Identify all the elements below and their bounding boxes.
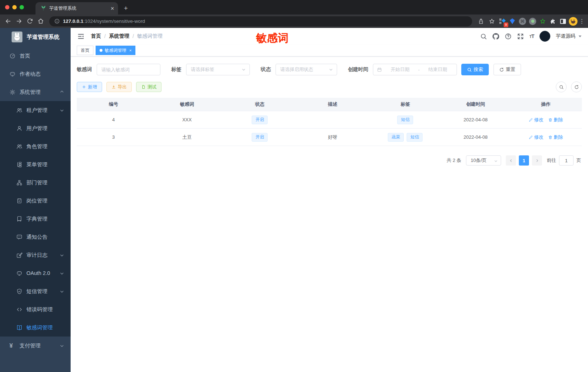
extensions-puzzle-icon[interactable] xyxy=(548,17,558,26)
sidebar-item-label: 敏感词管理 xyxy=(26,324,53,331)
github-icon[interactable] xyxy=(492,33,499,40)
font-size-icon[interactable]: TT xyxy=(529,33,534,39)
collapse-sidebar-icon[interactable] xyxy=(77,33,85,40)
delete-link[interactable]: 删除 xyxy=(548,117,563,123)
sidebar-logo[interactable]: 芋道管理系统 xyxy=(0,28,71,46)
prev-page-icon[interactable] xyxy=(506,155,516,166)
extension-green-star-icon[interactable] xyxy=(538,17,547,26)
edit-link-label: 修改 xyxy=(534,134,543,141)
date-range-picker[interactable]: 开始日期 - 结束日期 xyxy=(373,64,457,75)
goto-page: 前往 页 xyxy=(547,155,581,166)
view-tab-0[interactable]: 首页 xyxy=(77,46,93,55)
sidebar-item-15[interactable]: 敏感词管理 xyxy=(0,318,71,337)
sidebar-item-6[interactable]: 菜单管理 xyxy=(0,155,71,174)
user-avatar[interactable] xyxy=(539,31,550,42)
reload-icon[interactable] xyxy=(25,16,35,26)
column-header: 创建时间 xyxy=(441,101,510,108)
filter-word-label: 敏感词 xyxy=(77,66,92,73)
sidebar-item-13[interactable]: 短信管理 xyxy=(0,282,71,300)
share-icon[interactable] xyxy=(476,16,486,26)
breadcrumb-item[interactable]: 系统管理 xyxy=(109,33,129,39)
home-icon[interactable] xyxy=(35,16,46,26)
sidebar-item-2[interactable]: 系统管理 xyxy=(0,83,71,101)
sidebar-item-10[interactable]: 通知公告 xyxy=(0,228,71,246)
add-button[interactable]: 新增 xyxy=(77,82,102,92)
browser-menu-icon[interactable]: ⋮ xyxy=(579,18,585,25)
test-button[interactable]: 测试 xyxy=(136,82,161,92)
goto-page-input[interactable] xyxy=(559,155,574,166)
browser-toolbar: 127.0.0.1:1024/system/sensitive-word 9 ⌘… xyxy=(0,14,588,28)
next-page-icon[interactable] xyxy=(532,155,542,166)
fullscreen-icon[interactable] xyxy=(517,33,524,40)
sidebar-item-label: 部门管理 xyxy=(26,179,47,186)
close-window-button[interactable] xyxy=(5,5,9,9)
page-size-select[interactable]: 10条/页 xyxy=(466,155,501,166)
sidebar-item-9[interactable]: 字典管理 xyxy=(0,210,71,228)
sidebar-item-7[interactable]: 部门管理 xyxy=(0,174,71,192)
extension-grid-icon[interactable]: 9 xyxy=(497,17,507,26)
word-input[interactable] xyxy=(97,64,160,75)
navbar: 首页/系统管理/敏感词管理 敏感词 TT 芋道源码 xyxy=(71,28,588,45)
sidebar-item-5[interactable]: 角色管理 xyxy=(0,137,71,155)
breadcrumb-item[interactable]: 首页 xyxy=(91,33,101,39)
extension-command-icon[interactable]: ⌘ xyxy=(518,17,527,26)
status-select[interactable]: 请选择启用状态 xyxy=(276,64,337,75)
user-name[interactable]: 芋道源码 xyxy=(556,33,575,39)
profile-avatar-icon[interactable] xyxy=(568,17,578,26)
sidebar-item-4[interactable]: 用户管理 xyxy=(0,119,71,137)
minimize-window-button[interactable] xyxy=(12,5,17,9)
edit-link[interactable]: 修改 xyxy=(529,134,543,141)
sidebar-item-12[interactable]: OAuth 2.0 xyxy=(0,264,71,282)
gear-icon xyxy=(9,89,16,95)
sidebar-item-14[interactable]: 错误码管理 xyxy=(0,300,71,318)
toggle-search-icon[interactable] xyxy=(556,81,567,92)
forward-icon[interactable] xyxy=(14,16,24,26)
refresh-table-icon[interactable] xyxy=(571,81,582,92)
delete-link-label: 删除 xyxy=(554,117,563,123)
test-button-label: 测试 xyxy=(147,84,156,90)
sidebar-item-label: 通知公告 xyxy=(26,234,47,241)
close-tab-icon[interactable]: × xyxy=(129,48,131,53)
log-icon xyxy=(16,252,22,258)
help-icon[interactable] xyxy=(505,33,512,40)
cell-actions: 修改删除 xyxy=(510,117,582,123)
bookmark-star-icon[interactable] xyxy=(487,16,497,26)
sidebar-item-1[interactable]: 作者动态 xyxy=(0,65,71,83)
browser-tab[interactable]: 芋道管理系统 ✕ xyxy=(35,2,118,14)
sidebar-item-3[interactable]: 租户管理 xyxy=(0,101,71,119)
user-caret-down-icon[interactable] xyxy=(579,35,581,37)
edit-link[interactable]: 修改 xyxy=(529,117,543,123)
split-view-icon[interactable] xyxy=(558,17,568,26)
delete-link[interactable]: 删除 xyxy=(548,134,563,141)
back-icon[interactable] xyxy=(3,16,13,26)
sidebar-item-16[interactable]: ¥支付管理 xyxy=(0,337,71,355)
chat-face-icon xyxy=(9,71,16,77)
zoom-window-button[interactable] xyxy=(20,5,24,9)
new-tab-button[interactable]: + xyxy=(124,4,128,12)
search-icon[interactable] xyxy=(480,33,487,40)
cell-tags: 短信 xyxy=(369,116,441,124)
sidebar-item-8[interactable]: 岗位管理 xyxy=(0,192,71,210)
tag-select[interactable]: 请选择标签 xyxy=(186,64,250,75)
search-button[interactable]: 搜索 xyxy=(461,64,489,75)
sidebar-item-0[interactable]: 首页 xyxy=(0,47,71,65)
active-tab-dot xyxy=(100,49,102,52)
cell-tags: 蔬菜短信 xyxy=(369,133,441,142)
badge-icon xyxy=(16,198,22,204)
status-tag: 开启 xyxy=(252,116,268,124)
tag-select-placeholder: 请选择标签 xyxy=(191,66,214,73)
users-icon xyxy=(16,107,22,113)
view-tab-1[interactable]: 敏感词管理× xyxy=(96,46,135,55)
extension-gem-icon[interactable] xyxy=(508,17,517,26)
info-icon[interactable] xyxy=(54,18,60,24)
sidebar-item-11[interactable]: 审计日志 xyxy=(0,246,71,264)
sidebar-menu: 首页作者动态系统管理租户管理用户管理角色管理菜单管理部门管理岗位管理字典管理通知… xyxy=(0,46,71,372)
page-number-button[interactable]: 1 xyxy=(519,155,529,166)
export-button[interactable]: 导出 xyxy=(106,82,132,92)
view-tab-label: 敏感词管理 xyxy=(105,47,126,54)
address-bar[interactable]: 127.0.0.1:1024/system/sensitive-word xyxy=(49,16,472,26)
code-icon xyxy=(16,306,22,313)
tab-close-icon[interactable]: ✕ xyxy=(110,6,114,11)
extension-record-icon[interactable] xyxy=(528,17,537,26)
reset-button[interactable]: 重置 xyxy=(494,64,521,75)
